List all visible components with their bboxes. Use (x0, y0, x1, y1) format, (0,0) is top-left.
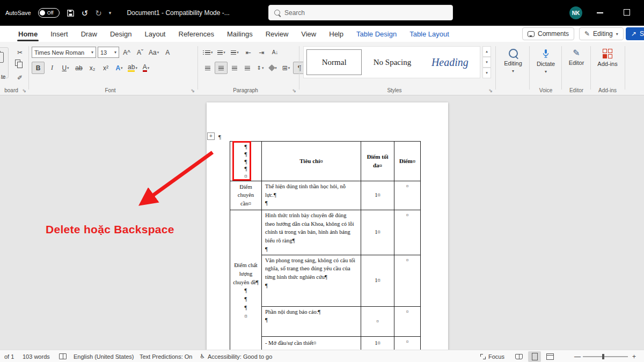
tab-help[interactable]: Help (324, 27, 349, 41)
highlight-color-button[interactable]: ab▾ (127, 62, 138, 73)
tab-layout[interactable]: Layout (139, 27, 171, 41)
shrink-font-button[interactable]: Aˇ (134, 47, 146, 58)
tab-draw[interactable]: Draw (76, 27, 103, 41)
score-cell[interactable]: ¤ (394, 210, 421, 255)
tab-table-design[interactable]: Table Design (351, 27, 402, 41)
justify-button[interactable] (241, 62, 253, 73)
category-cell[interactable]: Điểm chất lượng chuyên đề¶ ¶ ¶ ¶ ¤ (230, 210, 262, 350)
web-layout-button[interactable] (544, 351, 557, 362)
tab-mailings[interactable]: Mailings (222, 27, 258, 41)
editing-button[interactable]: Editing ▾ (498, 42, 528, 95)
font-dialog-launcher[interactable]: ⇘ (191, 88, 195, 93)
line-spacing-button[interactable]: ⇕▾ (254, 62, 266, 73)
increase-indent-button[interactable]: ⇥ (256, 47, 268, 58)
criteria-cell[interactable]: Văn phong trong sáng, không có câu tối n… (262, 255, 361, 306)
paragraph-dialog-launcher[interactable]: ⇘ (292, 88, 296, 93)
print-layout-button[interactable] (528, 351, 541, 362)
document-page[interactable]: + ¶ ¶ ¶ ¶ ¶ ¤ Tiêu chí¤ Điểm tối đa¤ Điể… (207, 102, 448, 350)
comments-button[interactable]: Comments (522, 27, 574, 40)
search-box[interactable]: Search (268, 5, 453, 20)
header-max-score[interactable]: Điểm tối đa¤ (361, 142, 394, 181)
window-restore-button[interactable] (624, 9, 630, 16)
text-effects-button[interactable]: A▾ (113, 62, 125, 73)
strikethrough-button[interactable]: ab (73, 62, 85, 73)
style-no-spacing[interactable]: No Spacing (365, 49, 419, 75)
clear-formatting-button[interactable]: A (162, 47, 173, 58)
clipboard-dialog-launcher[interactable]: ⇘ (22, 88, 26, 93)
save-button[interactable] (67, 9, 75, 17)
italic-button[interactable]: I (46, 62, 58, 73)
tab-insert[interactable]: Insert (45, 27, 74, 41)
max-score-cell[interactable]: 1¤ (361, 210, 394, 255)
style-normal[interactable]: Normal (306, 49, 362, 75)
align-left-button[interactable] (202, 62, 214, 73)
align-center-button[interactable] (215, 62, 228, 74)
account-avatar[interactable]: NK (569, 6, 582, 19)
score-cell[interactable]: ¤ (394, 306, 421, 336)
tab-design[interactable]: Design (105, 27, 137, 41)
quick-access-caret-icon[interactable]: ▾ (109, 10, 112, 16)
max-score-cell[interactable]: 1¤ (361, 336, 394, 350)
font-size-combobox[interactable]: 13 ▾ (98, 47, 119, 58)
editing-mode-button[interactable]: ✎ Editing ▾ (579, 27, 624, 40)
font-color-button[interactable]: A▾ (140, 62, 152, 73)
score-cell[interactable]: ¤ (394, 255, 421, 306)
style-heading[interactable]: Heading (423, 49, 477, 75)
sort-button[interactable]: A↓ (269, 47, 281, 58)
change-case-button[interactable]: Aa▾ (148, 47, 160, 58)
tab-references[interactable]: References (173, 27, 219, 41)
zoom-out-button[interactable]: — (574, 350, 581, 362)
grow-font-button[interactable]: A^ (121, 47, 133, 58)
addins-button[interactable]: Add-ins (591, 42, 624, 67)
gallery-up-button[interactable]: ▴ (482, 46, 491, 57)
window-minimize-button[interactable] (597, 12, 603, 13)
format-painter-button[interactable]: ✐ (14, 72, 26, 83)
zoom-in-button[interactable]: + (632, 350, 636, 362)
read-mode-button[interactable] (513, 351, 525, 362)
bold-button[interactable]: B (32, 62, 45, 74)
tab-home[interactable]: Home (13, 27, 43, 41)
criteria-cell[interactable]: - Mở đầu/sự cần thiết¤ (262, 336, 361, 350)
score-cell[interactable]: ¤ (394, 336, 421, 350)
undo-button[interactable]: ↺ (82, 9, 89, 17)
proofing-button[interactable] (59, 350, 67, 362)
score-cell[interactable]: ¤ (394, 181, 421, 210)
zoom-slider[interactable] (583, 356, 628, 357)
dictate-button[interactable]: Dictate ▾ (530, 42, 561, 74)
bullet-list-button[interactable]: ▾ (202, 47, 214, 58)
header-score[interactable]: Điểm¤ (394, 142, 421, 181)
tab-view[interactable]: View (296, 27, 321, 41)
autosave-toggle[interactable]: Off (38, 8, 60, 18)
cut-button[interactable]: ✂ (14, 47, 26, 58)
editor-button[interactable]: ✎ Editor (562, 42, 590, 66)
criteria-cell[interactable]: Phần nội dung báo cáo:¶ ¶ (262, 306, 361, 336)
accessibility-status[interactable]: ♿ Accessibility: Good to go (200, 350, 272, 362)
borders-button[interactable]: ⊞▾ (280, 62, 292, 73)
max-score-cell[interactable]: ¤ (361, 306, 394, 336)
copy-button[interactable] (15, 60, 20, 66)
numbered-list-button[interactable]: ▾ (216, 47, 228, 58)
underline-button[interactable]: U▾ (60, 62, 71, 73)
max-score-cell[interactable]: 1¤ (361, 181, 394, 210)
shading-button[interactable]: ▾ (267, 62, 279, 73)
align-right-button[interactable] (229, 62, 240, 73)
text-predictions-indicator[interactable]: Text Predictions: On (140, 350, 192, 362)
styles-dialog-launcher[interactable]: ⇘ (488, 88, 493, 93)
language-indicator[interactable]: English (United States) (74, 350, 134, 362)
subscript-button[interactable]: x₂ (86, 62, 98, 73)
gallery-more-button[interactable]: ▾ (482, 68, 491, 78)
tab-review[interactable]: Review (260, 27, 294, 41)
share-button[interactable]: ↗ Sha (626, 27, 644, 40)
criteria-cell[interactable]: Thể hiện đúng tinh thần học hỏi, nỗ lực.… (262, 181, 361, 210)
multilevel-list-button[interactable]: ▾ (229, 47, 241, 58)
header-criteria[interactable]: Tiêu chí¤ (262, 142, 361, 181)
criteria-cell[interactable]: Hình thức trình bày chuyên đề đúng theo … (262, 210, 361, 255)
max-score-cell[interactable]: 1¤ (361, 255, 394, 306)
gallery-down-button[interactable]: ▾ (482, 57, 491, 68)
redo-button[interactable]: ↻ (95, 9, 102, 17)
category-cell[interactable]: Điểm chuyên cần¤ (230, 181, 262, 210)
word-count[interactable]: 103 words (23, 350, 50, 362)
font-family-combobox[interactable]: Times New Roman ▾ (32, 47, 96, 58)
zoom-slider-thumb[interactable] (602, 354, 604, 359)
page-indicator[interactable]: of 1 (4, 350, 14, 362)
